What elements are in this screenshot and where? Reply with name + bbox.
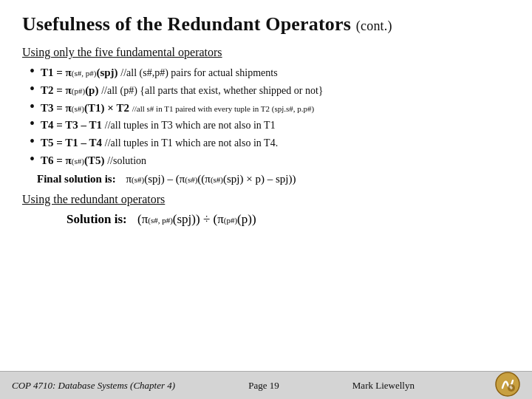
final-solution-label: Final solution is: <box>37 173 116 185</box>
t1-content: T1 = π(s#, p#)(spj) //all (s#,p#) pairs … <box>41 65 278 81</box>
t3-content: T3 = π(s#)(T1) × T2 //all s# in T1 paire… <box>41 100 314 115</box>
footer: COP 4710: Database Systems (Chapter 4) P… <box>0 371 532 399</box>
slide-title: Usefulness of the Redundant Operators (c… <box>22 13 510 35</box>
t4-content: T4 = T3 – T1 //all tuples in T3 which ar… <box>41 117 276 133</box>
list-item: • T4 = T3 – T1 //all tuples in T3 which … <box>30 117 510 133</box>
list-item: • T1 = π(s#, p#)(spj) //all (s#,p#) pair… <box>30 65 510 81</box>
final-solution: Final solution is: π(s#)(spj) – (π(s#)((… <box>37 173 510 185</box>
list-item: • T6 = π(s#)(T5) //solution <box>30 153 510 168</box>
redundant-label: Solution is: <box>66 212 127 226</box>
title-cont: (cont.) <box>356 18 392 33</box>
footer-logo <box>495 372 520 400</box>
title-text: Usefulness of the Redundant Operators <box>22 13 351 35</box>
slide: Usefulness of the Redundant Operators (c… <box>0 0 532 399</box>
bullet-dot: • <box>30 151 35 166</box>
section1-header: Using only the five fundamental operator… <box>22 46 510 59</box>
bullet-dot: • <box>30 64 35 78</box>
final-solution-expr: π(s#)(spj) – (π(s#)((π(s#)(spj) × p) – s… <box>126 173 296 185</box>
list-item: • T5 = T1 – T4 //all tuples in T1 which … <box>30 135 510 151</box>
t6-content: T6 = π(s#)(T5) //solution <box>41 153 146 168</box>
bullet-dot: • <box>30 99 35 114</box>
bullet-dot: • <box>30 116 35 131</box>
redundant-expr: (π(s#, p#)(spj)) ÷ (π(p#)(p)) <box>137 212 256 226</box>
t2-content: T2 = π(p#)(p) //all (p#) {all parts that… <box>41 83 324 98</box>
redundant-solution: Solution is: (π(s#, p#)(spj)) ÷ (π(p#)(p… <box>66 212 510 227</box>
footer-left-text: COP 4710: Database Systems (Chapter 4) <box>12 380 175 392</box>
list-item: • T3 = π(s#)(T1) × T2 //all s# in T1 pai… <box>30 100 510 115</box>
footer-author: Mark Liewellyn <box>352 380 415 392</box>
bullet-list: • T1 = π(s#, p#)(spj) //all (s#,p#) pair… <box>30 65 510 168</box>
t5-content: T5 = T1 – T4 //all tuples in T1 which ar… <box>41 135 278 151</box>
logo-icon <box>495 372 520 397</box>
bullet-dot: • <box>30 81 35 96</box>
list-item: • T2 = π(p#)(p) //all (p#) {all parts th… <box>30 83 510 98</box>
bullet-dot: • <box>30 134 35 149</box>
footer-page-number: Page 19 <box>248 380 279 392</box>
section2-header: Using the redundant operators <box>22 193 510 206</box>
